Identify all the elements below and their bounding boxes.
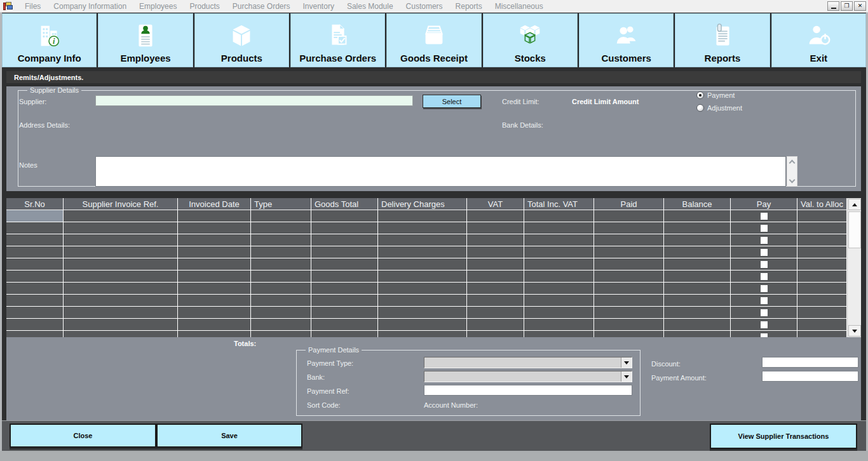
grid-cell[interactable] [251,319,311,331]
grid-cell[interactable] [467,271,524,283]
menu-item-products[interactable]: Products [183,0,226,12]
grid-cell[interactable] [664,319,731,331]
grid-cell[interactable] [6,258,64,271]
grid-cell[interactable] [524,234,594,246]
grid-cell-pay[interactable] [731,319,797,331]
grid-cell[interactable] [524,319,594,331]
grid-cell[interactable] [251,295,311,307]
grid-cell[interactable] [664,283,731,295]
grid-cell[interactable] [467,331,524,337]
menu-item-company-information[interactable]: Company Information [47,0,133,12]
grid-cell[interactable] [467,319,524,331]
grid-cell[interactable] [311,331,378,337]
restore-button[interactable]: ❐ [841,1,853,11]
menu-item-files[interactable]: Files [18,0,47,12]
grid-cell-pay[interactable] [731,210,797,222]
grid-cell[interactable] [251,271,311,283]
grid-cell[interactable] [311,210,378,222]
grid-cell[interactable] [6,246,64,258]
toolbar-button-goods-receipt[interactable]: Goods Receipt [386,13,481,67]
grid-cell[interactable] [524,222,594,234]
grid-cell[interactable] [797,222,847,234]
save-button[interactable]: Save [156,424,302,448]
grid-cell[interactable] [178,295,251,307]
menu-item-purchase-orders[interactable]: Purchase Orders [226,0,297,12]
grid-cell[interactable] [797,295,847,307]
grid-cell[interactable] [378,222,467,234]
grid-cell[interactable] [6,331,64,337]
grid-cell[interactable] [797,283,847,295]
grid-column-header-vat[interactable]: VAT [467,198,524,210]
grid-cell[interactable] [594,210,664,222]
scrollbar-up-button[interactable] [848,199,861,210]
toolbar-button-reports[interactable]: Reports [675,13,770,67]
grid-cell[interactable] [594,222,664,234]
grid-cell[interactable] [311,271,378,283]
grid-cell[interactable] [467,283,524,295]
adjustment-radio-option[interactable]: Adjustment [696,104,742,112]
grid-cell-pay[interactable] [731,307,797,319]
pay-checkbox[interactable] [761,285,768,292]
grid-cell[interactable] [467,258,524,271]
grid-cell[interactable] [664,331,731,337]
grid-cell[interactable] [797,234,847,246]
grid-cell[interactable] [524,210,594,222]
grid-cell[interactable] [6,210,64,222]
grid-cell[interactable] [178,307,251,319]
grid-cell[interactable] [467,295,524,307]
grid-cell[interactable] [797,246,847,258]
grid-cell[interactable] [251,234,311,246]
grid-cell[interactable] [797,271,847,283]
pay-checkbox[interactable] [761,273,768,280]
grid-cell[interactable] [178,331,251,337]
grid-cell[interactable] [797,258,847,271]
grid-cell[interactable] [251,307,311,319]
grid-cell[interactable] [178,246,251,258]
grid-cell[interactable] [467,222,524,234]
grid-cell[interactable] [378,210,467,222]
grid-cell-pay[interactable] [731,295,797,307]
grid-cell[interactable] [251,258,311,271]
grid-cell[interactable] [594,283,664,295]
grid-cell[interactable] [594,234,664,246]
grid-cell[interactable] [311,307,378,319]
adjustment-radio[interactable] [696,104,704,112]
grid-cell[interactable] [594,271,664,283]
grid-cell[interactable] [251,210,311,222]
grid-cell-pay[interactable] [731,271,797,283]
menu-item-customers[interactable]: Customers [400,0,449,12]
pay-checkbox[interactable] [761,213,768,220]
grid-column-header-sr-no[interactable]: Sr.No [6,198,64,210]
menu-item-reports[interactable]: Reports [449,0,489,12]
grid-cell[interactable] [251,331,311,337]
grid-column-header-goods-total[interactable]: Goods Total [311,198,378,210]
menu-item-employees[interactable]: Employees [133,0,183,12]
grid-cell[interactable] [378,307,467,319]
grid-cell[interactable] [251,222,311,234]
grid-cell[interactable] [311,234,378,246]
close-button[interactable]: Close [10,424,156,448]
grid-cell[interactable] [594,295,664,307]
grid-cell[interactable] [178,271,251,283]
supplier-input[interactable] [95,95,413,106]
grid-cell[interactable] [178,234,251,246]
toolbar-button-employees[interactable]: Employees [98,13,193,67]
grid-cell[interactable] [378,283,467,295]
grid-cell[interactable] [524,295,594,307]
grid-cell[interactable] [178,283,251,295]
grid-cell[interactable] [664,222,731,234]
grid-cell[interactable] [64,331,178,337]
bank-dropdown-button[interactable] [621,371,632,382]
grid-cell[interactable] [64,234,178,246]
pay-checkbox[interactable] [761,321,768,328]
grid-cell-pay[interactable] [731,222,797,234]
pay-checkbox[interactable] [761,297,768,304]
pay-checkbox[interactable] [761,309,768,316]
grid-cell[interactable] [64,283,178,295]
grid-cell[interactable] [594,319,664,331]
grid-cell[interactable] [64,307,178,319]
grid-cell[interactable] [311,246,378,258]
grid-column-header-supplier-invoice-ref[interactable]: Supplier Invoice Ref. [64,198,178,210]
select-supplier-button[interactable]: Select [423,95,481,108]
grid-cell[interactable] [178,210,251,222]
